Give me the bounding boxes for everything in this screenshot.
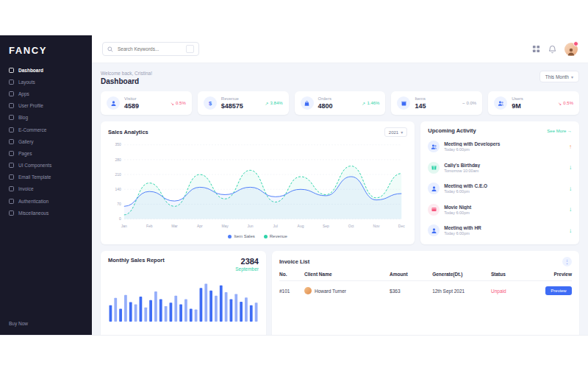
sidebar-item-miscellaneous[interactable]: Miscellaneous	[0, 207, 92, 219]
person-icon	[428, 224, 440, 236]
sidebar-item-user-profile[interactable]: User Profile	[0, 100, 92, 112]
app-logo: FANCY	[0, 35, 92, 63]
svg-text:350: 350	[115, 144, 122, 147]
activity-trend-icon: ↓	[569, 206, 572, 213]
chevron-down-icon	[571, 74, 573, 79]
notification-dot	[573, 41, 578, 46]
invoice-status: Unpaid	[491, 289, 534, 294]
monthly-sales-title: Monthly Sales Report	[108, 257, 165, 263]
sidebar-item-ui-components[interactable]: UI Components	[0, 160, 92, 171]
topbar	[92, 35, 588, 63]
stat-value: 145	[415, 102, 458, 110]
sales-analytics-card: Sales Analytics 2021 070140210280350JanF…	[101, 121, 415, 244]
box-icon	[397, 96, 410, 110]
activity-title: Movie Night	[444, 205, 564, 210]
trend-arrow: ↘	[558, 101, 562, 106]
search-input[interactable]	[116, 46, 183, 52]
activity-trend-icon: ↓	[569, 164, 572, 171]
sales-chart: 070140210280350JanFebMarAprMayJunJulAugS…	[108, 139, 407, 233]
activity-item[interactable]: Meeting with Developers Today 6:00pm ↑	[428, 138, 572, 155]
legend-label: Revenue	[270, 234, 287, 238]
col-preview: Preview	[553, 272, 572, 277]
apps-grid-icon[interactable]	[532, 45, 540, 53]
sidebar-item-label: User Profile	[18, 103, 43, 108]
stat-value: 9M	[512, 102, 553, 110]
period-select[interactable]: This Month	[539, 71, 579, 82]
search-icon	[107, 46, 113, 52]
preview-button[interactable]: Preview	[545, 286, 572, 295]
gift-icon	[428, 162, 440, 174]
page-title: Dashboard	[101, 77, 152, 85]
svg-text:Nov: Nov	[373, 224, 380, 228]
activity-item[interactable]: Movie Night Today 6:00pm ↓	[428, 202, 572, 218]
sidebar-item-label: Authentication	[18, 199, 49, 204]
sidebar-item-ecommerce[interactable]: E-Commerce	[0, 124, 92, 135]
stat-change: ↘ 0.5%	[558, 101, 573, 106]
sidebar-item-label: Gallery	[18, 139, 34, 144]
sidebar-item-pages[interactable]: Pages	[0, 147, 92, 159]
activity-trend-icon: ↓	[569, 185, 572, 192]
buy-now-button[interactable]: Buy Now	[0, 314, 92, 335]
trend-arrow: ↗	[265, 101, 269, 106]
apps-icon	[9, 91, 14, 96]
blog-icon	[9, 115, 14, 120]
search-shortcut-icon	[186, 45, 194, 53]
activity-item[interactable]: Cally's Birthday Tomorrow 10:00am ↓	[428, 160, 572, 176]
year-select[interactable]: 2021	[384, 127, 407, 137]
stat-card-items: Items 145 ~ 0.0%	[391, 91, 482, 115]
sidebar-item-label: Pages	[18, 151, 32, 156]
activity-title: Cally's Birthday	[444, 163, 564, 168]
activity-item[interactable]: Meeting with C.E.O Today 6:00pm ↓	[428, 180, 572, 197]
sidebar-item-email-template[interactable]: Email Template	[0, 171, 92, 183]
svg-text:Jul: Jul	[273, 224, 278, 228]
stat-change: ↗ 1.46%	[362, 101, 379, 106]
email-template-icon	[9, 174, 14, 180]
upcoming-activity-card: Upcoming Activity See More →	[420, 121, 579, 244]
stats-row: Visitor 4589 ↘ 0.5% $ Revenu	[101, 91, 579, 115]
sidebar-menu: Dashboard Layouts Apps User Profile Blog…	[0, 63, 92, 314]
stat-card-revenue: $ Revenue $48575 ↗ 3.84%	[198, 91, 289, 115]
sidebar-item-invoice[interactable]: Invoice	[0, 183, 92, 195]
svg-text:Apr: Apr	[197, 224, 203, 228]
search-box[interactable]	[102, 42, 199, 56]
monthly-sales-value: 2384	[235, 257, 259, 266]
see-more-link[interactable]: See More →	[547, 129, 572, 133]
upcoming-activity-title: Upcoming Activity	[428, 127, 476, 134]
stat-card-users: Users 9M ↘ 0.5%	[488, 91, 579, 115]
activity-trend-icon: ↓	[569, 227, 572, 234]
activity-time: Today 6:00pm	[444, 147, 564, 152]
chevron-down-icon	[401, 130, 403, 135]
sidebar-item-gallery[interactable]: Gallery	[0, 135, 92, 147]
person-icon	[428, 183, 440, 194]
sidebar-item-authentication[interactable]: Authentication	[0, 195, 92, 207]
stat-change: ~ 0.0%	[462, 101, 476, 105]
stat-label: Visitor	[124, 96, 166, 101]
col-no: No.	[279, 272, 304, 277]
sidebar-item-layouts[interactable]: Layouts	[0, 76, 92, 88]
invoice-row[interactable]: #101 Howard Turner $363 12th Sept 2021 U…	[279, 281, 572, 295]
sidebar-item-dashboard[interactable]: Dashboard	[0, 64, 92, 76]
sidebar-item-label: Apps	[18, 91, 29, 96]
user-avatar[interactable]	[564, 43, 578, 56]
activity-title: Meeting with Developers	[444, 141, 564, 146]
svg-text:140: 140	[115, 188, 122, 191]
movie-icon	[428, 204, 440, 216]
svg-text:Jun: Jun	[247, 224, 253, 228]
sales-analytics-title: Sales Analytics	[108, 129, 148, 135]
sidebar-item-blog[interactable]: Blog	[0, 112, 92, 124]
sidebar-item-label: Blog	[18, 115, 28, 120]
main-content: Welcome back, Cristina! Dashboard This M…	[92, 63, 588, 335]
activity-item[interactable]: Meeting with HR Today 6:00pm ↓	[428, 222, 572, 238]
invoice-table: No. Client Name Amount Generate(Dt.) Sta…	[279, 272, 572, 295]
monthly-chart	[108, 276, 259, 322]
stat-label: Revenue	[221, 96, 261, 101]
stat-label: Items	[415, 96, 458, 101]
stat-change: ↘ 0.5%	[171, 101, 186, 106]
legend-label: Item Sales	[234, 234, 254, 238]
stat-card-visitor: Visitor 4589 ↘ 0.5%	[101, 91, 192, 115]
bell-icon[interactable]	[548, 45, 556, 54]
legend-dot-revenue	[264, 235, 268, 238]
sidebar-item-apps[interactable]: Apps	[0, 88, 92, 99]
gallery-icon	[9, 139, 14, 144]
more-options-button[interactable]	[562, 257, 572, 266]
